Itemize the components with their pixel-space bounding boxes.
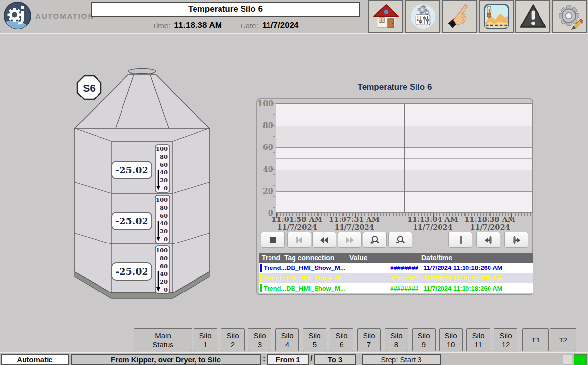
temperature-trends-button[interactable] [479, 0, 514, 33]
time-date-row: Time: 11:18:38 AM Date: 11/7/2024 [91, 20, 360, 31]
temp-value-top: -25.02 [115, 165, 148, 175]
plant-settings-button[interactable] [405, 0, 440, 33]
x-tick-date: 11/7/2024 [329, 223, 380, 231]
stop-button[interactable] [261, 232, 285, 248]
nav-silo-10[interactable]: Silo10 [439, 328, 463, 351]
home-button[interactable] [368, 0, 403, 33]
manual-operation-button[interactable] [442, 0, 477, 33]
cell-trend: Trend... [264, 274, 286, 282]
scale-tick: 40 [160, 270, 168, 277]
x-tick-date: 11/7/2024 [407, 223, 458, 231]
jump-to-start-button[interactable] [287, 232, 311, 248]
nav-main-status[interactable]: MainStatus [134, 328, 192, 351]
separator-slash: / [310, 354, 312, 363]
pointing-hand-icon [446, 3, 473, 30]
scale-tick: 100 [156, 247, 168, 254]
step-indicator: Step: Start 3 [362, 354, 441, 365]
table-row[interactable]: Trend... DB_HMI_Show_M... ######## 11/7/… [259, 273, 533, 283]
scale-tick: 0 [164, 286, 168, 293]
mode-indicator[interactable]: Automatic [1, 354, 69, 365]
scale-tick: 60 [160, 263, 168, 269]
fast-forward-button[interactable] [338, 232, 362, 248]
cell-trend: Trend... [264, 285, 286, 292]
ruler-left-button[interactable] [476, 232, 500, 248]
ruler-button[interactable] [448, 232, 472, 248]
cell-value: ######## [351, 285, 421, 292]
x-tick-label: 11:18:38 AM 11/7/2024 [465, 216, 515, 231]
temp-value-bottom: -25.02 [115, 266, 148, 277]
table-header-row: Trend Tag connection Value Date/time [259, 253, 533, 263]
x-tick-time: 11:07:31 AM [329, 216, 380, 223]
nav-silo-5[interactable]: Silo5 [303, 328, 326, 351]
cell-datetime: 11/7/2024 11:10:18:260 AM [421, 264, 530, 271]
separator-colon: : [263, 354, 265, 363]
y-tick-label: 60 [257, 143, 273, 151]
x-tick-time: 11:13:04 AM [407, 216, 458, 223]
scale-tick: 100 [156, 196, 168, 203]
nav-silo-12[interactable]: Silo12 [494, 328, 517, 351]
nav-silo-2[interactable]: Silo2 [221, 328, 245, 351]
trend-ruler-line[interactable] [404, 104, 405, 212]
nav-silo-3[interactable]: Silo3 [248, 328, 271, 351]
cell-datetime: 11/7/2024 11:10:18:260 AM [421, 285, 530, 292]
nav-silo-9[interactable]: Silo9 [412, 328, 436, 351]
nav-silo-8[interactable]: Silo8 [385, 328, 408, 351]
y-tick-label: 100 [257, 99, 273, 108]
nav-silo-4[interactable]: Silo4 [275, 328, 299, 351]
x-tick-label: 11:07:31 AM 11/7/2024 [329, 216, 380, 231]
zoom-in-button[interactable] [363, 232, 387, 248]
indicator-off-lamp [563, 355, 572, 365]
scale-tick: 20 [160, 228, 168, 235]
table-row[interactable]: Trend... DB_HMI_Show_M... ######## 11/7/… [259, 263, 533, 273]
scale-tick: 100 [156, 146, 168, 152]
col-header-trend: Trend [259, 254, 284, 262]
gear-pencil-icon [557, 3, 583, 30]
scale-tick: 20 [160, 278, 168, 285]
rewind-button[interactable] [312, 232, 336, 248]
x-tick-label: 11:01:58 AM 11/7/2024 [271, 216, 322, 231]
y-tick-label: 40 [257, 165, 273, 173]
y-tick-label: 0 [257, 208, 273, 217]
trend-color-swatch [260, 264, 262, 272]
indicator-run-lamp [574, 354, 587, 365]
scale-tick: 40 [160, 220, 168, 227]
temp-value-middle: -25.02 [115, 216, 148, 226]
x-tick-date: 11/7/2024 [465, 223, 515, 231]
trend-plot-area[interactable] [276, 103, 533, 213]
x-tick-label: 11:13:04 AM 11/7/2024 [407, 216, 458, 231]
chart-title: Temperature Silo 6 [256, 82, 533, 92]
x-tick-time: 11:18:38 AM [465, 216, 515, 223]
trend-control: 100 80 60 40 20 0 11:01:58 AM 11/7/2024 … [256, 98, 533, 295]
nav-silo-1[interactable]: Silo1 [194, 328, 217, 351]
scale-tick: 40 [160, 169, 168, 176]
ruler-right-button[interactable] [504, 232, 528, 248]
trend-color-swatch [260, 274, 262, 282]
nav-t2[interactable]: T2 [550, 328, 576, 351]
zoom-out-button[interactable] [388, 232, 412, 248]
col-header-datetime: Date/time [419, 254, 528, 262]
y-tick-label: 80 [257, 121, 273, 130]
col-header-value: Value [349, 254, 419, 262]
x-tick-time: 11:01:58 AM [271, 216, 322, 223]
scale-tick: 80 [160, 255, 168, 262]
nav-silo-6[interactable]: Silo6 [330, 328, 353, 351]
temperature-trend-icon [483, 3, 510, 30]
scale-tick: 60 [160, 161, 168, 168]
control-panel-icon [410, 3, 436, 30]
scale-tick: 20 [160, 177, 168, 184]
system-config-button[interactable] [552, 0, 587, 33]
status-bar: Automatic From Kipper, over Dryer, to Si… [0, 352, 588, 365]
y-tick-label: 20 [257, 186, 273, 195]
silo-badge-label: S6 [83, 82, 96, 94]
date-label: Date: [241, 22, 258, 30]
nav-t1[interactable]: T1 [522, 328, 549, 351]
route-to: To 3 [314, 354, 356, 365]
y-axis-minor-ticks [273, 103, 275, 213]
nav-silo-7[interactable]: Silo7 [357, 328, 381, 351]
alarms-button[interactable] [515, 0, 550, 33]
nav-silo-11[interactable]: Silo11 [466, 328, 490, 351]
alarm-warning-icon [520, 3, 546, 30]
cell-datetime: 11/7/2024 11:10:18:260 AM [421, 274, 530, 282]
trend-value-table[interactable]: Trend Tag connection Value Date/time Tre… [259, 253, 533, 293]
table-row[interactable]: Trend... DB_HMI_Show_M... ######## 11/7/… [259, 283, 533, 293]
